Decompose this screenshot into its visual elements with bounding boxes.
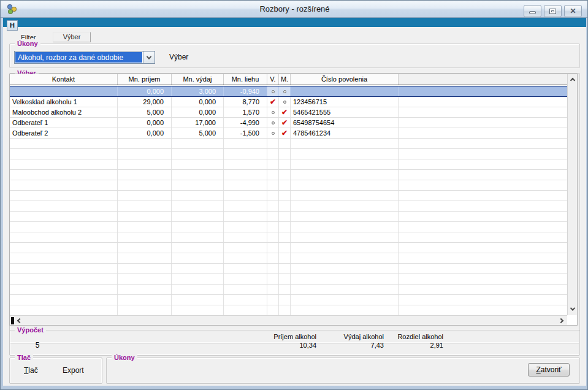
table-row-empty[interactable] — [10, 264, 567, 274]
table-row-empty[interactable] — [10, 295, 567, 305]
cell-empty — [267, 253, 279, 263]
cell-empty — [118, 222, 172, 232]
tab-vyber[interactable]: Výber — [53, 32, 91, 42]
cell-empty — [399, 285, 567, 294]
maximize-button[interactable] — [544, 5, 562, 17]
cell-mn-liehu: -4,990 — [224, 118, 267, 128]
scroll-up-icon[interactable] — [568, 75, 578, 85]
vertical-scrollbar[interactable] — [567, 74, 577, 315]
circle-icon — [267, 86, 279, 96]
ukony-dropdown[interactable]: Alkohol, rozbor za dané obdobie — [14, 51, 155, 64]
scroll-down-icon[interactable] — [568, 304, 578, 314]
dialog-content: H Filter Výber Úkony Alkohol, rozbor za … — [3, 18, 586, 386]
cell-empty — [291, 212, 399, 221]
export-button[interactable]: Export — [63, 366, 84, 375]
table-row-selected[interactable]: 0,0003,000-0,940 — [10, 86, 567, 97]
column-header[interactable]: Mn. výdaj — [172, 74, 224, 85]
column-header[interactable]: Číslo povolenia — [291, 74, 399, 85]
column-header[interactable]: Mn. liehu — [224, 74, 267, 85]
cell-empty — [399, 149, 567, 159]
chevron-down-icon — [147, 54, 151, 59]
table-header: KontaktMn. príjemMn. výdajMn. liehuV.M.Č… — [10, 74, 567, 85]
cell-empty — [118, 180, 172, 190]
cell-empty — [399, 128, 567, 138]
cell-empty — [172, 159, 224, 169]
cell-empty — [291, 285, 399, 294]
cell-empty — [399, 274, 567, 284]
cell-empty — [279, 139, 291, 148]
cell-empty — [118, 295, 172, 305]
cell-mn-vydaj: 0,000 — [172, 107, 224, 117]
cell-empty — [267, 191, 279, 201]
close-icon: ✕ — [570, 7, 576, 15]
table-row[interactable]: Odberateľ 20,0005,000-1,500✔4785461234 — [10, 128, 567, 139]
ukony-action-label[interactable]: Výber — [169, 53, 188, 61]
cell-empty — [10, 243, 118, 253]
close-button[interactable]: ✕ — [564, 5, 582, 17]
cell-empty — [279, 170, 291, 180]
print-button[interactable]: Tlač — [24, 366, 38, 375]
table-row-empty[interactable] — [10, 149, 567, 159]
table-row-empty[interactable] — [10, 212, 567, 222]
table-row-empty[interactable] — [10, 222, 567, 232]
cell-empty — [172, 243, 224, 253]
cell-empty — [224, 232, 267, 242]
cell-empty — [279, 253, 291, 263]
table-row-empty[interactable] — [10, 285, 567, 295]
column-header[interactable]: M. — [279, 74, 291, 85]
cell-empty — [172, 180, 224, 190]
cell-empty — [399, 212, 567, 221]
table-row-empty[interactable] — [10, 180, 567, 191]
table-row-empty[interactable] — [10, 201, 567, 212]
table-row-empty[interactable] — [10, 232, 567, 243]
cell-empty — [118, 253, 172, 263]
cell-mn-vydaj: 0,000 — [172, 97, 224, 107]
cell-empty — [291, 274, 399, 284]
group-label-vypocet: Výpočet — [15, 326, 46, 334]
table-row[interactable]: Odberateľ 10,00017,000-4,990✔65498754654 — [10, 118, 567, 128]
cell-empty — [172, 201, 224, 211]
table-row-empty[interactable] — [10, 243, 567, 253]
cell-empty — [399, 232, 567, 242]
cell-empty — [399, 118, 567, 128]
cell-empty — [172, 274, 224, 284]
scroll-right-icon[interactable] — [556, 316, 566, 326]
cell-mn-vydaj: 17,000 — [172, 118, 224, 128]
column-header[interactable] — [399, 74, 567, 85]
cell-empty — [399, 97, 567, 107]
cell-empty — [291, 243, 399, 253]
cell-empty — [399, 201, 567, 211]
column-header[interactable]: V. — [267, 74, 279, 85]
cell-empty — [291, 232, 399, 242]
cell-empty — [224, 191, 267, 201]
cell-empty — [118, 139, 172, 148]
column-header[interactable]: Mn. príjem — [118, 74, 172, 85]
table-row-empty[interactable] — [10, 170, 567, 180]
cell-mn-liehu: 1,570 — [224, 107, 267, 117]
column-header[interactable]: Kontakt — [10, 74, 118, 85]
cell-empty — [267, 180, 279, 190]
dropdown-arrow-button[interactable] — [143, 52, 155, 63]
table-row-empty[interactable] — [10, 253, 567, 264]
horizontal-scrollbar[interactable] — [10, 315, 567, 325]
scrollbar-thumb[interactable] — [11, 317, 14, 324]
minimize-button[interactable] — [524, 5, 541, 17]
cell-empty — [399, 264, 567, 273]
cell-cislo-povolenia: 65498754654 — [291, 118, 399, 128]
scroll-left-icon[interactable] — [15, 316, 25, 326]
cell-empty — [267, 243, 279, 253]
cell-empty — [279, 243, 291, 253]
cell-empty — [267, 159, 279, 169]
table-row[interactable]: Maloobchod alkoholu 25,0000,0001,570✔546… — [10, 107, 567, 118]
h-button[interactable]: H — [7, 20, 18, 31]
title-bar: Rozbory - rozšírené ✕ — [1, 1, 588, 18]
table-row-empty[interactable] — [10, 305, 567, 315]
table-row[interactable]: Velkosklad alkoholu 129,0000,0008,770✔12… — [10, 97, 567, 107]
table-row-empty[interactable] — [10, 274, 567, 285]
table-row-empty[interactable] — [10, 139, 567, 149]
table-row-empty[interactable] — [10, 159, 567, 170]
zatvorit-button[interactable]: Zatvoriť — [528, 363, 570, 377]
cell-empty — [279, 159, 291, 169]
group-label-ukony: Úkony — [15, 39, 40, 48]
table-row-empty[interactable] — [10, 191, 567, 201]
